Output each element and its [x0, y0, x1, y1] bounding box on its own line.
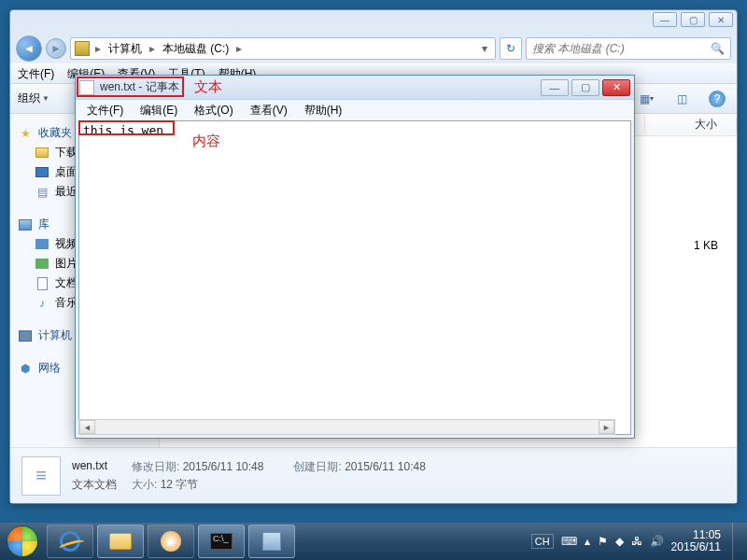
breadcrumb-computer[interactable]: 计算机 [106, 41, 144, 57]
search-box[interactable]: 🔍 [526, 37, 731, 60]
np-menu-help[interactable]: 帮助(H) [297, 101, 350, 120]
cmd-icon: C:\_ [210, 533, 233, 550]
menu-file[interactable]: 文件(F) [18, 66, 54, 82]
nav-forward-button[interactable]: ► [46, 38, 66, 59]
star-icon: ★ [18, 126, 33, 141]
drive-icon [75, 41, 90, 56]
np-close-button[interactable]: ✕ [602, 79, 630, 96]
notepad-content[interactable]: this is wen [79, 121, 630, 434]
details-mod-label: 修改日期: [132, 460, 179, 473]
taskbar-ie[interactable] [47, 525, 93, 558]
explorer-nav: ◄ ► ▸ 计算机 ▸ 本地磁盘 (C:) ▸ ▾ ↻ 🔍 [16, 34, 731, 63]
action-center-icon[interactable]: ⚑ [598, 535, 608, 548]
file-size-cell[interactable]: 1 KB [643, 235, 737, 256]
volume-icon[interactable]: 🔊 [650, 535, 664, 548]
taskbar-app[interactable] [248, 525, 295, 558]
recent-icon: ▤ [35, 185, 49, 200]
nav-back-button[interactable]: ◄ [16, 35, 42, 62]
details-pane: wen.txt 修改日期: 2015/6/11 10:48 创建日期: 2015… [10, 447, 737, 503]
maximize-button[interactable]: ▢ [681, 12, 705, 27]
tray-expand-icon[interactable]: ▴ [585, 535, 590, 548]
scroll-left-button[interactable]: ◄ [79, 420, 95, 434]
taskbar: C:\_ CH ⌨ ▴ ⚑ ◆ 🖧 🔊 11:05 2015/6/11 [0, 523, 747, 560]
search-icon[interactable]: 🔍 [711, 42, 725, 55]
organize-label: 组织 [18, 91, 40, 106]
taskbar-mediaplayer[interactable] [148, 525, 194, 558]
details-mod-value: 2015/6/11 10:48 [183, 460, 264, 473]
details-size-value: 12 字节 [161, 478, 199, 491]
search-input[interactable] [532, 42, 711, 55]
taskbar-cmd[interactable]: C:\_ [198, 525, 245, 558]
notepad-titlebar[interactable]: wen.txt - 记事本 — ▢ ✕ [76, 76, 634, 100]
network-icon: ⬢ [18, 361, 33, 376]
notepad-window-controls: — ▢ ✕ [541, 79, 630, 96]
details-filename: wen.txt [72, 459, 117, 475]
notepad-menubar: 文件(F) 编辑(E) 格式(O) 查看(V) 帮助(H) [76, 100, 634, 120]
music-icon: ♪ [35, 296, 49, 311]
library-icon [19, 219, 32, 231]
notepad-window: wen.txt - 记事本 — ▢ ✕ 文件(F) 编辑(E) 格式(O) 查看… [75, 75, 635, 439]
mediaplayer-icon [161, 531, 181, 552]
help-button[interactable]: ? [705, 88, 729, 110]
minimize-button[interactable]: — [653, 12, 677, 27]
col-size[interactable]: 大小 [645, 117, 737, 133]
address-bar[interactable]: ▸ 计算机 ▸ 本地磁盘 (C:) ▸ ▾ [70, 37, 496, 60]
explorer-titlebar[interactable]: — ▢ ✕ [10, 10, 737, 34]
details-created-label: 创建日期: [293, 460, 341, 473]
np-menu-file[interactable]: 文件(F) [79, 101, 131, 120]
view-mode-button[interactable]: ▦ ▾ [634, 88, 658, 110]
annotation-content-label: 内容 [192, 133, 220, 150]
preview-pane-button[interactable]: ◫ [669, 88, 694, 110]
breadcrumb-sep[interactable]: ▸ [93, 42, 103, 55]
np-minimize-button[interactable]: — [541, 79, 569, 96]
notepad-icon [79, 80, 94, 95]
folder-icon [109, 533, 132, 550]
system-tray: CH ⌨ ▴ ⚑ ◆ 🖧 🔊 11:05 2015/6/11 [531, 523, 747, 560]
language-indicator[interactable]: CH [531, 534, 554, 549]
notepad-text-area[interactable]: this is wen [78, 120, 631, 435]
np-menu-format[interactable]: 格式(O) [187, 101, 240, 120]
ie-icon [60, 531, 80, 552]
show-desktop-button[interactable] [732, 523, 741, 560]
app-icon [262, 532, 281, 551]
clock[interactable]: 11:05 2015/6/11 [671, 529, 725, 553]
np-menu-view[interactable]: 查看(V) [243, 101, 295, 120]
breadcrumb-trailing[interactable]: ▸ [234, 42, 244, 55]
explorer-window-controls: — ▢ ✕ [653, 12, 733, 27]
details-type: 文本文档 [72, 477, 117, 493]
clock-date: 2015/6/11 [671, 541, 721, 553]
windows-logo-icon [7, 525, 38, 557]
network-tray-icon[interactable]: 🖧 [631, 535, 642, 548]
taskbar-explorer[interactable] [97, 525, 144, 558]
breadcrumb-drive-c[interactable]: 本地磁盘 (C:) [161, 41, 231, 57]
organize-button[interactable]: 组织 ▼ [18, 91, 49, 106]
sidebar-favorites-label: 收藏夹 [38, 125, 72, 141]
refresh-button[interactable]: ↻ [500, 37, 522, 60]
start-button[interactable] [0, 523, 45, 560]
address-dropdown[interactable]: ▾ [478, 42, 491, 55]
breadcrumb-sep[interactable]: ▸ [148, 42, 157, 55]
tray-item-icon[interactable]: ◆ [615, 535, 624, 548]
np-maximize-button[interactable]: ▢ [571, 79, 599, 96]
details-size-label: 大小: [132, 478, 157, 491]
np-menu-edit[interactable]: 编辑(E) [133, 101, 185, 120]
keyboard-icon[interactable]: ⌨ [561, 535, 577, 548]
horizontal-scrollbar[interactable]: ◄ ► [78, 419, 615, 435]
details-created-value: 2015/6/11 10:48 [345, 460, 426, 473]
file-type-icon [21, 456, 61, 496]
computer-icon [19, 330, 32, 342]
scroll-right-button[interactable]: ► [599, 420, 614, 434]
dropdown-icon: ▼ [42, 94, 49, 103]
close-button[interactable]: ✕ [709, 12, 733, 27]
notepad-title: wen.txt - 记事本 [100, 79, 541, 95]
annotation-title-label: 文本 [194, 78, 222, 96]
